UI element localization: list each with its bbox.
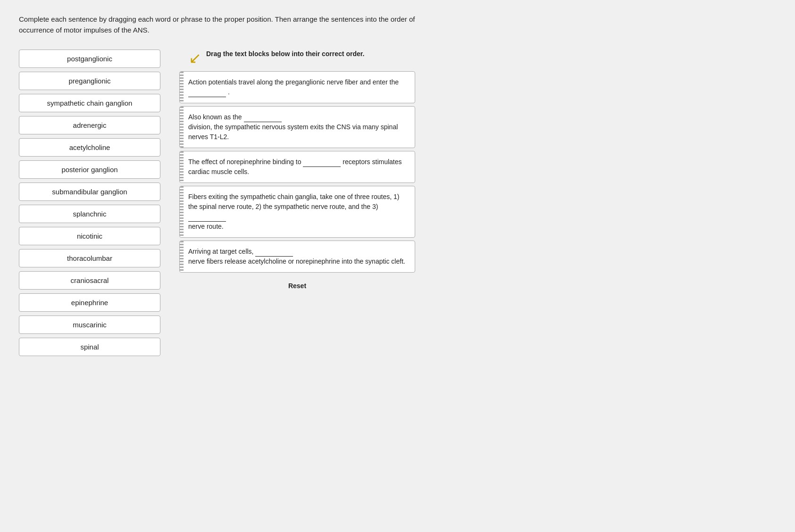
word-tile-6[interactable]: submandibular ganglion <box>19 183 160 201</box>
sentence-4-suffix: nerve route. <box>188 223 224 230</box>
drag-instruction: ↙ Drag the text blocks below into their … <box>179 50 415 66</box>
sentence-3-blank[interactable] <box>303 160 341 167</box>
sentence-5-rest: nerve fibers release acetylcholine or no… <box>188 258 405 265</box>
drag-instruction-text: Drag the text blocks below into their co… <box>206 50 364 59</box>
word-tile-11[interactable]: epinephrine <box>19 293 160 312</box>
sentence-4-blank[interactable] <box>188 215 226 222</box>
sentence-1-text: Action potentials travel along the prega… <box>188 78 399 86</box>
drag-arrow-icon: ↙ <box>189 50 201 66</box>
reset-button[interactable]: Reset <box>179 280 415 291</box>
sentence-3-text: The effect of norepinephrine binding to <box>188 158 303 166</box>
sentence-4-text: Fibers exiting the sympathetic chain gan… <box>188 193 399 210</box>
sentence-card-4[interactable]: Fibers exiting the sympathetic chain gan… <box>179 186 415 238</box>
sentence-1-blank[interactable] <box>188 91 226 97</box>
sentence-5-blank[interactable] <box>255 250 293 257</box>
sentence-2-prefix: Also known as the <box>188 113 244 121</box>
instructions-text: Complete each sentence by dragging each … <box>19 14 444 35</box>
main-content: postganglionic preganglionic sympathetic… <box>19 50 776 356</box>
word-tile-5[interactable]: posterior ganglion <box>19 160 160 179</box>
word-tile-4[interactable]: acetylcholine <box>19 138 160 157</box>
sentence-card-2[interactable]: Also known as the division, the sympathe… <box>179 106 415 148</box>
sentence-3-mid: receptors stimulates <box>343 158 402 166</box>
word-tile-2[interactable]: sympathetic chain ganglion <box>19 94 160 112</box>
sentence-1-suffix: . <box>228 88 230 96</box>
word-tile-1[interactable]: preganglionic <box>19 72 160 90</box>
word-tile-10[interactable]: craniosacral <box>19 271 160 290</box>
sentence-3-suffix: cardiac muscle cells. <box>188 168 249 175</box>
sentence-card-3[interactable]: The effect of norepinephrine binding to … <box>179 151 415 183</box>
sentence-card-5[interactable]: Arriving at target cells, nerve fibers r… <box>179 241 415 273</box>
sentence-5-prefix: Arriving at target cells, <box>188 248 255 255</box>
right-panel: ↙ Drag the text blocks below into their … <box>179 50 415 291</box>
sentence-card-1[interactable]: Action potentials travel along the prega… <box>179 71 415 103</box>
word-tile-8[interactable]: nicotinic <box>19 227 160 245</box>
sentence-2-rest: division, the sympathetic nervous system… <box>188 123 398 141</box>
word-tile-13[interactable]: spinal <box>19 338 160 356</box>
sentence-2-blank[interactable] <box>244 116 282 122</box>
word-tile-3[interactable]: adrenergic <box>19 116 160 134</box>
word-tile-12[interactable]: muscarinic <box>19 316 160 334</box>
word-tile-7[interactable]: splanchnic <box>19 205 160 223</box>
word-tile-0[interactable]: postganglionic <box>19 50 160 68</box>
word-tile-9[interactable]: thoracolumbar <box>19 249 160 267</box>
word-bank: postganglionic preganglionic sympathetic… <box>19 50 160 356</box>
